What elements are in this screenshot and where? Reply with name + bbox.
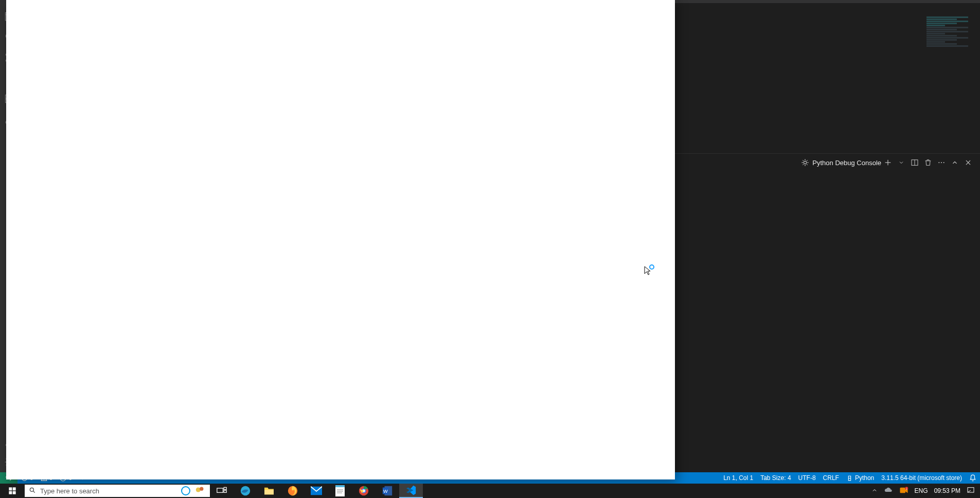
maximize-panel-icon[interactable] bbox=[948, 156, 961, 169]
svg-line-19 bbox=[807, 164, 808, 165]
status-encoding[interactable]: UTF-8 bbox=[795, 472, 819, 484]
minimap-line bbox=[926, 25, 945, 26]
svg-rect-40 bbox=[9, 487, 12, 490]
svg-point-28 bbox=[943, 162, 945, 163]
tray-onedrive-icon[interactable] bbox=[884, 487, 893, 495]
debug-console-label: Python Debug Console bbox=[812, 159, 881, 167]
firefox-icon[interactable] bbox=[281, 484, 305, 498]
svg-rect-56 bbox=[335, 485, 345, 487]
svg-rect-50 bbox=[224, 490, 226, 492]
tray-notification-icon[interactable] bbox=[967, 486, 975, 496]
svg-point-13 bbox=[804, 161, 807, 164]
split-terminal-icon[interactable] bbox=[908, 156, 921, 169]
close-panel-icon[interactable] bbox=[961, 156, 975, 169]
cortana-icon[interactable] bbox=[181, 486, 190, 495]
status-notifications-icon[interactable] bbox=[966, 472, 980, 484]
edge-icon[interactable] bbox=[234, 484, 257, 498]
minimap-line bbox=[926, 43, 957, 45]
taskbar: Type here to search W bbox=[0, 484, 980, 498]
tray-lang[interactable]: ENG bbox=[915, 487, 928, 494]
status-eol[interactable]: CRLF bbox=[819, 472, 843, 484]
minimap-line bbox=[926, 35, 957, 37]
svg-line-45 bbox=[33, 491, 34, 492]
svg-line-71 bbox=[968, 490, 971, 492]
new-terminal-icon[interactable] bbox=[881, 156, 895, 169]
svg-rect-48 bbox=[217, 488, 223, 492]
mail-icon[interactable] bbox=[305, 484, 328, 498]
svg-point-44 bbox=[30, 488, 33, 491]
svg-line-20 bbox=[803, 164, 804, 165]
terminal-dropdown-icon[interactable] bbox=[895, 156, 908, 169]
svg-rect-42 bbox=[9, 491, 12, 494]
blank-browser-window[interactable] bbox=[6, 0, 675, 479]
svg-point-47 bbox=[200, 487, 203, 491]
svg-point-27 bbox=[941, 162, 942, 163]
svg-text:W: W bbox=[383, 489, 388, 494]
svg-point-35 bbox=[44, 479, 44, 480]
svg-line-21 bbox=[807, 160, 808, 161]
status-language[interactable]: Python bbox=[843, 472, 878, 484]
file-explorer-icon[interactable] bbox=[257, 484, 281, 498]
tray-chevron-icon[interactable] bbox=[871, 487, 878, 495]
minimap-line bbox=[926, 39, 957, 41]
system-tray: 1 ENG 09:53 PM bbox=[866, 486, 980, 496]
notepad-icon[interactable] bbox=[328, 484, 352, 498]
minimap[interactable] bbox=[926, 16, 973, 47]
minimap-line bbox=[926, 29, 957, 30]
minimap-line bbox=[926, 45, 968, 47]
chrome-icon[interactable] bbox=[352, 484, 376, 498]
minimap-line bbox=[926, 31, 968, 32]
svg-rect-49 bbox=[224, 487, 226, 489]
search-highlight-icon[interactable] bbox=[194, 484, 206, 497]
kill-terminal-icon[interactable] bbox=[921, 156, 935, 169]
minimap-line bbox=[926, 33, 945, 34]
minimap-line bbox=[926, 37, 968, 39]
start-button[interactable] bbox=[0, 484, 25, 498]
panel-more-icon[interactable] bbox=[935, 156, 948, 169]
minimap-line bbox=[926, 41, 945, 43]
svg-rect-66 bbox=[900, 487, 905, 493]
status-tabsize[interactable]: Tab Size: 4 bbox=[757, 472, 794, 484]
minimap-line bbox=[926, 23, 957, 24]
search-icon bbox=[29, 487, 36, 495]
taskbar-search-placeholder: Type here to search bbox=[40, 487, 177, 495]
debug-console-tab[interactable]: Python Debug Console bbox=[801, 158, 881, 167]
tray-meet-icon[interactable]: 1 bbox=[899, 487, 908, 495]
minimap-line bbox=[926, 21, 968, 22]
taskbar-apps: W bbox=[210, 484, 423, 498]
minimap-line bbox=[926, 16, 968, 18]
task-view-icon[interactable] bbox=[210, 484, 234, 498]
tray-time[interactable]: 09:53 PM bbox=[934, 487, 960, 494]
svg-point-26 bbox=[938, 162, 939, 163]
taskbar-search[interactable]: Type here to search bbox=[25, 485, 210, 497]
status-interpreter[interactable]: 3.11.5 64-bit (microsoft store) bbox=[878, 472, 966, 484]
svg-rect-41 bbox=[13, 487, 16, 490]
minimap-line bbox=[926, 27, 968, 28]
svg-line-18 bbox=[803, 160, 804, 161]
minimap-line bbox=[926, 19, 957, 20]
status-cursor[interactable]: Ln 1, Col 1 bbox=[720, 472, 757, 484]
word-icon[interactable]: W bbox=[376, 484, 399, 498]
svg-rect-52 bbox=[264, 490, 274, 494]
svg-rect-43 bbox=[13, 491, 16, 494]
vscode-taskbar-icon[interactable] bbox=[399, 484, 423, 498]
